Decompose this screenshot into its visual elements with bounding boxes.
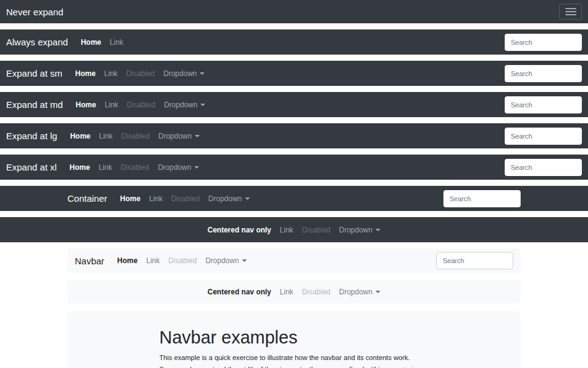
navbar-light: Navbar Home Link Disabled Dropdown [67, 248, 521, 273]
caret-down-icon [194, 166, 199, 169]
nav-link-home[interactable]: Home [72, 101, 100, 109]
caret-down-icon [195, 135, 200, 137]
brand-navbar[interactable]: Navbar [75, 256, 104, 266]
nav-link-disabled: Disabled [117, 132, 154, 140]
brand-expand-xl[interactable]: Expand at xl [6, 162, 57, 172]
nav-link-home[interactable]: Home [66, 132, 94, 140]
nav-link-dropdown[interactable]: Dropdown [335, 288, 385, 296]
brand-expand-md[interactable]: Expand at md [6, 99, 63, 110]
nav-links: Home Link Disabled Dropdown [113, 256, 251, 265]
nav-link-home[interactable]: Home [113, 256, 141, 265]
hamburger-icon [565, 11, 576, 12]
brand-container[interactable]: Container [67, 193, 107, 204]
brand-expand-sm[interactable]: Expand at sm [6, 68, 62, 79]
brand-never-expand[interactable]: Never expand [6, 7, 63, 17]
nav-links: Home Link Disabled Dropdown [72, 101, 210, 109]
intro-paragraph: This example is a quick exercise to illu… [159, 352, 429, 368]
nav-link-disabled: Disabled [164, 256, 202, 265]
search-input[interactable] [505, 128, 582, 145]
nav-links: Home Link Disabled Dropdown [71, 69, 209, 78]
caret-down-icon [200, 72, 205, 75]
nav-link-disabled: Disabled [298, 288, 335, 296]
navbar-never-expand: Never expand [0, 0, 588, 23]
nav-link-link[interactable]: Link [276, 226, 298, 234]
nav-link-disabled: Disabled [116, 163, 154, 172]
nav-link-centered-nav-only[interactable]: Centered nav only [203, 288, 276, 296]
nav-link-link[interactable]: Link [142, 256, 164, 265]
navbar-expand-sm: Expand at sm Home Link Disabled Dropdown [0, 61, 588, 86]
caret-down-icon [375, 291, 380, 293]
hamburger-icon [565, 14, 576, 15]
nav-link-home[interactable]: Home [116, 194, 145, 203]
jumbotron-content: Navbar examples This example is a quick … [159, 327, 429, 368]
nav-link-centered-nav-only[interactable]: Centered nav only [203, 226, 276, 234]
nav-links: Home Link Disabled Dropdown [116, 194, 254, 203]
navbar-centered-dark: Centered nav only Link Disabled Dropdown [0, 217, 588, 242]
nav-link-home[interactable]: Home [71, 69, 100, 78]
nav-link-disabled: Disabled [298, 226, 335, 234]
nav-link-dropdown[interactable]: Dropdown [204, 194, 254, 203]
hamburger-icon [565, 8, 576, 9]
nav-link-dropdown[interactable]: Dropdown [159, 69, 209, 78]
nav-link-link[interactable]: Link [100, 69, 122, 78]
navbar-toggler-button[interactable] [559, 4, 582, 20]
nav-link-link[interactable]: Link [100, 101, 123, 109]
caret-down-icon [200, 104, 205, 106]
nav-link-link[interactable]: Link [95, 132, 117, 140]
nav-link-link[interactable]: Link [94, 163, 116, 172]
page-title: Navbar examples [159, 327, 429, 348]
nav-link-dropdown[interactable]: Dropdown [335, 226, 385, 234]
nav-link-dropdown[interactable]: Dropdown [154, 163, 204, 172]
nav-links: Home Link Disabled Dropdown [66, 132, 204, 140]
nav-links: Centered nav only Link Disabled Dropdown [203, 226, 385, 234]
nav-link-home[interactable]: Home [77, 38, 105, 47]
nav-link-dropdown[interactable]: Dropdown [160, 101, 210, 109]
caret-down-icon [245, 197, 250, 200]
nav-link-disabled: Disabled [167, 194, 204, 203]
nav-link-dropdown[interactable]: Dropdown [201, 256, 251, 265]
nav-link-disabled: Disabled [122, 69, 159, 78]
caret-down-icon [242, 259, 247, 262]
caret-down-icon [375, 229, 380, 231]
navbar-always-expand: Always expand Home Link [0, 29, 588, 55]
navbar-centered-light: Centered nav only Link Disabled Dropdown [67, 280, 521, 304]
search-input[interactable] [505, 96, 582, 113]
search-input[interactable] [436, 252, 513, 269]
brand-expand-lg[interactable]: Expand at lg [6, 131, 57, 141]
nav-link-link[interactable]: Link [145, 194, 167, 203]
nav-links: Home Link [77, 38, 127, 47]
navbar-expand-xl: Expand at xl Home Link Disabled Dropdown [0, 155, 588, 180]
search-input[interactable] [505, 34, 582, 51]
navbar-expand-md: Expand at md Home Link Disabled Dropdown [0, 92, 588, 117]
nav-links: Centered nav only Link Disabled Dropdown [203, 288, 385, 296]
nav-link-dropdown[interactable]: Dropdown [154, 132, 204, 140]
nav-link-link[interactable]: Link [105, 38, 127, 47]
navbar-expand-lg: Expand at lg Home Link Disabled Dropdown [0, 123, 588, 148]
nav-link-home[interactable]: Home [66, 163, 94, 172]
nav-link-disabled: Disabled [123, 101, 160, 109]
navbar-container-inner: Container Home Link Disabled Dropdown [67, 186, 521, 211]
nav-link-link[interactable]: Link [276, 288, 298, 296]
brand-always-expand[interactable]: Always expand [6, 37, 68, 47]
nav-links: Home Link Disabled Dropdown [66, 163, 204, 172]
search-input[interactable] [505, 159, 582, 176]
navbar-container: Container Home Link Disabled Dropdown [0, 186, 588, 211]
search-input[interactable] [443, 190, 521, 207]
jumbotron: Navbar examples This example is a quick … [67, 311, 521, 368]
search-input[interactable] [505, 65, 582, 82]
